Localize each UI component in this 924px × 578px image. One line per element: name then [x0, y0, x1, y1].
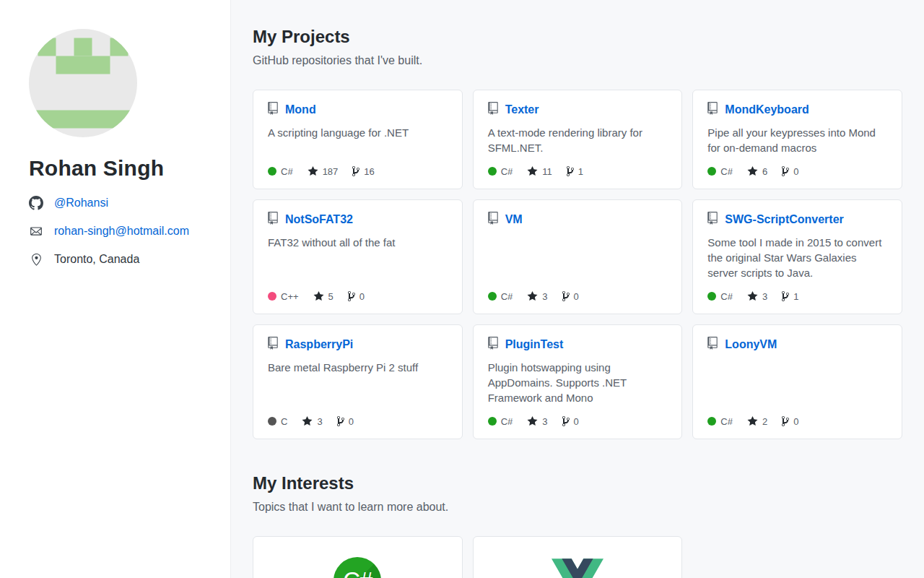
repo-meta: C# 3 1: [707, 290, 887, 302]
repo-title-row: MondKeyboard: [707, 102, 887, 118]
interests-section: My Interests Topics that I want to learn…: [253, 473, 902, 578]
repo-language: C: [268, 416, 287, 427]
git-branch-icon: [562, 290, 570, 302]
projects-section-title: My Projects: [253, 26, 902, 48]
repo-title-row: Mond: [268, 102, 448, 118]
star-count: 5: [328, 291, 334, 302]
language-label: C#: [501, 291, 513, 302]
repo-card: MondKeyboard Pipe all your keypresses in…: [692, 90, 902, 189]
repo-language: C#: [488, 166, 513, 177]
repo-card: VM C# 3 0: [473, 199, 683, 314]
fork-count: 16: [364, 166, 374, 177]
repo-book-icon: [707, 102, 718, 118]
language-dot: [707, 292, 716, 301]
star-icon: [527, 415, 538, 427]
repo-description: Pipe all your keypresses into Mond for o…: [707, 125, 887, 155]
repo-language: C++: [268, 291, 299, 302]
star-icon: [747, 290, 758, 302]
github-profile-link[interactable]: @Rohansi: [54, 197, 108, 210]
star-icon: [747, 165, 758, 177]
repo-card: SWG-ScriptConverter Some tool I made in …: [692, 199, 902, 314]
language-label: C: [281, 416, 287, 427]
repo-stars: 3: [527, 290, 547, 302]
repo-name-link[interactable]: RaspberryPi: [285, 337, 353, 352]
fork-count: 0: [793, 166, 798, 177]
git-branch-icon: [348, 290, 355, 302]
fork-count: 0: [359, 291, 365, 302]
git-branch-icon: [782, 165, 789, 177]
contact-list: @Rohansi rohan-singh@hotmail.com Toronto…: [29, 195, 201, 267]
repo-stars: 5: [313, 290, 334, 302]
repo-book-icon: [488, 212, 498, 228]
projects-grid: Mond A scripting language for .NET C# 18…: [253, 90, 902, 439]
star-icon: [313, 290, 324, 302]
fork-count: 0: [574, 416, 579, 427]
repo-card: Mond A scripting language for .NET C# 18…: [253, 90, 463, 189]
repo-name-link[interactable]: Texter: [505, 103, 539, 117]
interests-section-title: My Interests: [253, 473, 902, 494]
fork-count: 0: [574, 291, 579, 302]
repo-stars: 3: [747, 290, 767, 302]
repo-meta: C# 11 1: [488, 165, 668, 177]
star-count: 3: [542, 416, 547, 427]
repo-stars: 3: [302, 415, 322, 427]
repo-forks: 0: [348, 290, 365, 302]
repo-meta: C 3 0: [268, 415, 448, 427]
language-label: C++: [281, 291, 299, 302]
language-dot: [268, 417, 276, 426]
contact-row-location: Toronto, Canada: [29, 251, 201, 267]
page: Rohan Singh @Rohansi rohan-singh@hotmail…: [0, 0, 924, 578]
repo-meta: C# 6 0: [707, 165, 887, 177]
star-icon: [527, 290, 538, 302]
fork-count: 1: [578, 166, 583, 177]
star-count: 3: [542, 291, 547, 302]
git-branch-icon: [562, 415, 570, 427]
language-label: C#: [501, 166, 513, 177]
repo-description: [488, 235, 668, 280]
repo-book-icon: [268, 102, 278, 118]
language-label: C#: [501, 416, 513, 427]
repo-title-row: SWG-ScriptConverter: [707, 212, 887, 228]
vue-logo: [552, 558, 603, 578]
repo-description: [707, 360, 887, 405]
repo-meta: C# 2 0: [707, 415, 887, 427]
repo-name-link[interactable]: LoonyVM: [725, 337, 777, 352]
csharp-logo: C#: [334, 557, 381, 578]
fork-count: 1: [793, 291, 798, 302]
interest-card-csharp: C#: [253, 536, 463, 578]
main-content: My Projects GitHub repositories that I'v…: [231, 0, 924, 578]
language-dot: [488, 417, 497, 426]
repo-book-icon: [268, 337, 278, 353]
language-dot: [488, 292, 497, 301]
fork-count: 0: [349, 416, 354, 427]
star-count: 11: [542, 166, 552, 177]
star-count: 3: [317, 416, 322, 427]
star-icon: [747, 415, 758, 427]
repo-name-link[interactable]: PluginTest: [505, 337, 564, 352]
repo-title-row: VM: [488, 212, 668, 228]
mail-icon: [29, 225, 43, 238]
repo-meta: C# 187 16: [268, 165, 448, 177]
repo-title-row: PluginTest: [488, 337, 668, 353]
repo-meta: C# 3 0: [488, 290, 668, 302]
repo-description: Plugin hotswapping using AppDomains. Sup…: [488, 360, 668, 405]
repo-name-link[interactable]: MondKeyboard: [725, 103, 808, 117]
git-branch-icon: [352, 165, 359, 177]
email-link[interactable]: rohan-singh@hotmail.com: [54, 225, 189, 238]
contact-row-email: rohan-singh@hotmail.com: [29, 223, 201, 239]
star-count: 187: [323, 166, 339, 177]
repo-card: RaspberryPi Bare metal Raspberry Pi 2 st…: [253, 324, 463, 439]
repo-description: Bare metal Raspberry Pi 2 stuff: [268, 360, 448, 405]
repo-language: C#: [488, 416, 513, 427]
repo-book-icon: [707, 337, 718, 353]
repo-name-link[interactable]: VM: [505, 212, 523, 227]
repo-forks: 16: [352, 165, 374, 177]
repo-forks: 0: [562, 415, 579, 427]
repo-name-link[interactable]: Mond: [285, 103, 316, 117]
projects-section: My Projects GitHub repositories that I'v…: [253, 26, 902, 439]
location-pin-icon: [29, 254, 43, 266]
language-dot: [268, 292, 276, 301]
repo-name-link[interactable]: NotSoFAT32: [285, 212, 353, 227]
interest-card-vue: [473, 536, 683, 578]
repo-name-link[interactable]: SWG-ScriptConverter: [725, 212, 843, 227]
